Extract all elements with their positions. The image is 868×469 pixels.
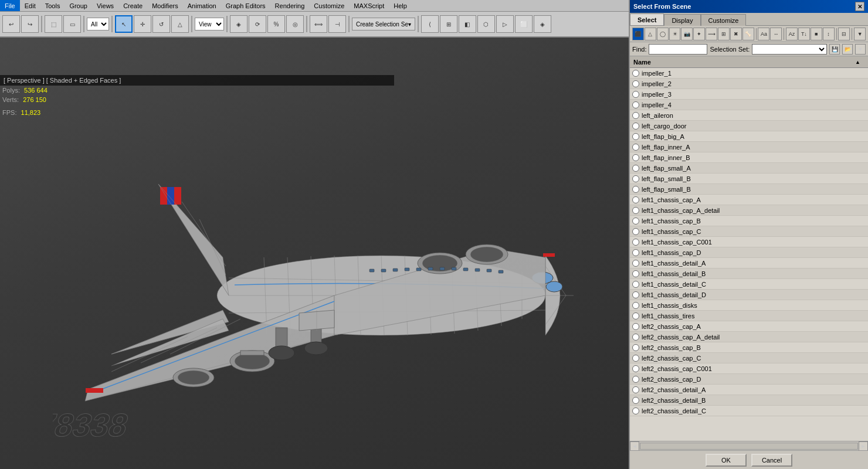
select-and-move-btn[interactable]: ✛ [134,15,151,33]
object-radio[interactable] [632,249,639,256]
list-item[interactable]: left1_chassis_detail_A [630,258,868,269]
object-radio[interactable] [632,302,639,309]
list-item[interactable]: left2_chassis_detail_A [630,385,868,395]
scroll-up-btn[interactable]: ▲ [855,59,864,65]
list-item[interactable]: left2_chassis_cap_A [630,321,868,332]
icon-btn-sort-type[interactable]: T↓ [798,28,810,40]
object-radio[interactable] [632,91,639,98]
list-item[interactable]: impeller_1 [630,68,868,79]
object-radio[interactable] [632,133,639,140]
menu-graph-editors[interactable]: Graph Editors [221,0,270,11]
redo-btn[interactable]: ↪ [21,15,39,33]
object-radio[interactable] [632,228,639,235]
icon-btn-layer[interactable]: ⊟ [838,28,850,40]
object-radio[interactable] [632,291,639,298]
list-item[interactable]: left1_chassis_cap_B [630,216,868,226]
object-radio[interactable] [632,80,639,87]
tab-customize[interactable]: Customize [701,14,747,26]
mirror-btn[interactable]: ⟺ [310,15,327,33]
object-radio[interactable] [632,112,639,119]
ok-button[interactable]: OK [706,454,747,467]
object-radio[interactable] [632,407,639,414]
tab-display[interactable]: Display [664,14,700,26]
scroll-left-btn[interactable]: ◄ [630,441,639,451]
icon-btn-shapes[interactable]: ◯ [657,28,669,40]
object-radio[interactable] [632,281,639,288]
tab-select[interactable]: Select [630,13,664,25]
menu-create[interactable]: Create [118,0,147,11]
list-item[interactable]: left1_chassis_tires [630,311,868,321]
menu-edit[interactable]: Edit [20,0,40,11]
icon-btn-invert[interactable]: ↔ [770,28,782,40]
selection-set-combo[interactable] [752,44,827,55]
selection-filter[interactable]: All [87,18,109,30]
list-item[interactable]: left1_chassis_cap_C [630,226,868,237]
object-radio[interactable] [632,365,639,372]
list-item[interactable]: left_aileron [630,110,868,121]
icon-btn-spacewarps[interactable]: ⟿ [706,28,717,40]
scroll-track[interactable] [640,443,858,450]
object-radio[interactable] [632,207,639,214]
list-item[interactable]: left1_chassis_detail_C [630,279,868,290]
select-object-btn[interactable]: ↖ [115,15,133,33]
save-sel-btn[interactable]: 💾 [829,44,840,55]
material-editor-btn[interactable]: ◧ [459,15,476,33]
menu-tools[interactable]: Tools [40,0,65,11]
list-item[interactable]: left2_chassis_detail_C [630,406,868,416]
list-item[interactable]: left2_chassis_detail_B [630,395,868,406]
list-item[interactable]: left_flap_inner_B [630,152,868,163]
list-item[interactable]: left_flap_big_A [630,131,868,142]
snaps-toggle[interactable]: ◈ [230,15,247,33]
icon-btn-options[interactable]: ▼ [854,28,866,40]
object-radio[interactable] [632,334,639,341]
object-radio[interactable] [632,217,639,225]
menu-views[interactable]: Views [92,0,118,11]
list-item[interactable]: left1_chassis_cap_D [630,247,868,258]
object-radio[interactable] [632,355,639,362]
list-item[interactable]: left_flap_small_B [630,184,868,195]
list-item[interactable]: left1_chassis_disks [630,300,868,311]
object-radio[interactable] [632,397,639,404]
list-item[interactable]: left1_chassis_cap_C001 [630,237,868,247]
menu-modifiers[interactable]: Modifiers [147,0,183,11]
object-radio[interactable] [632,165,639,172]
scroll-right-btn[interactable]: ► [859,441,868,451]
schematic-view-btn[interactable]: ⊞ [440,15,457,33]
view-select[interactable]: View [195,18,224,30]
object-radio[interactable] [632,196,639,203]
curve-editor-btn[interactable]: ⟨ [421,15,439,33]
menu-customize[interactable]: Customize [309,0,349,11]
list-item[interactable]: left_flap_inner_A [630,142,868,152]
viewport-3d[interactable]: .wire { fill: none; stroke: #888; stroke… [0,38,633,469]
icon-btn-helpers[interactable]: ✦ [693,28,705,40]
align-btn[interactable]: ⊣ [328,15,346,33]
menu-rendering[interactable]: Rendering [270,0,310,11]
object-radio[interactable] [632,101,639,108]
angle-snap[interactable]: ⟳ [249,15,266,33]
list-item[interactable]: left_flap_small_A [630,163,868,174]
list-item[interactable]: left1_chassis_cap_A_detail [630,205,868,216]
list-item[interactable]: left2_chassis_cap_C [630,353,868,363]
icon-btn-sort-name[interactable]: Az [786,28,798,40]
object-radio[interactable] [632,376,639,383]
menu-group[interactable]: Group [65,0,92,11]
icon-btn-all[interactable]: ⬛ [632,28,644,40]
icon-btn-case[interactable]: Aa [758,28,769,40]
object-radio[interactable] [632,123,639,130]
icon-btn-lights[interactable]: ☀ [669,28,681,40]
list-item[interactable]: left1_chassis_detail_B [630,269,868,279]
create-selection-set-btn[interactable]: Create Selection Se▾ [352,18,415,30]
icon-btn-sort-size[interactable]: ↕ [823,28,835,40]
select-btn[interactable]: ⬚ [45,15,62,33]
object-radio[interactable] [632,175,639,182]
menu-maxscript[interactable]: MAXScript [349,0,389,11]
select-and-rotate-btn[interactable]: ↺ [152,15,170,33]
object-radio[interactable] [632,386,639,393]
active-shade-btn[interactable]: ◈ [534,15,551,33]
panel-close-btn[interactable]: ✕ [855,2,864,11]
object-radio[interactable] [632,154,639,161]
object-list[interactable]: impeller_1impeller_2impeller_3impeller_4… [630,68,868,441]
menu-animation[interactable]: Animation [183,0,221,11]
object-radio[interactable] [632,260,639,267]
list-item[interactable]: left1_chassis_cap_A [630,195,868,205]
